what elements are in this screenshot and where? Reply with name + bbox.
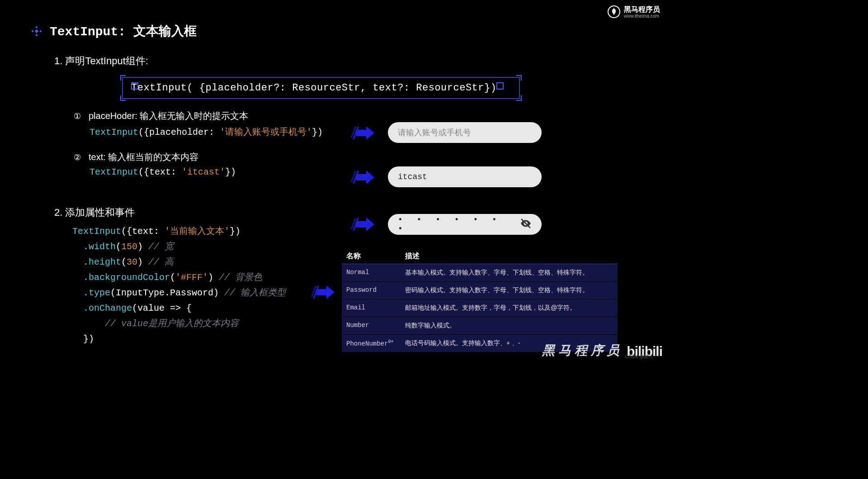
arrow-icon [356, 218, 374, 231]
section-1-heading: 1. 声明TextInput组件: [54, 54, 307, 68]
table-row: Email邮箱地址输入模式。支持数字，字母，下划线，以及@字符。 [342, 299, 618, 317]
code-block: TextInput({text: '当前输入文本'}) .width(150) … [72, 224, 286, 347]
section-2-heading: 2. 添加属性和事件 [54, 206, 135, 219]
type-desc: 邮箱地址输入模式。支持数字，字母，下划线，以及@字符。 [405, 304, 613, 312]
item-label-2: text: 输入框当前的文本内容 [89, 151, 198, 163]
type-name: Email [346, 304, 405, 312]
table-row: Number纯数字输入模式。 [342, 317, 618, 335]
slide-header: TextInput: 文本输入框 [32, 23, 197, 40]
signature-box: TextInput( {placeholder?: ResourceStr, t… [122, 77, 520, 99]
svg-rect-2 [32, 30, 34, 33]
item-placeholder: ① placeHoder: 输入框无输入时的提示文本 TextInput({pl… [72, 110, 323, 138]
item-code-2: TextInput({text: 'itcast'}) [90, 167, 236, 177]
watermark-brand: 黑 马 程 序 员 [542, 342, 619, 359]
signature-text: TextInput( {placeholder?: ResourceStr, t… [131, 82, 496, 94]
type-name: Password [346, 286, 405, 294]
input-type-table: 名称 描述 Normal基本输入模式。支持输入数字、字母、下划线、空格、特殊字符… [342, 249, 618, 352]
brand-logo: 黑马程序员 www.itheima.com [608, 5, 660, 19]
svg-rect-4 [35, 29, 38, 33]
brand-name: 黑马程序员 [624, 5, 660, 14]
svg-rect-3 [39, 30, 42, 33]
type-name: PhoneNumber9+ [346, 339, 405, 347]
table-header: 名称 描述 [342, 249, 618, 264]
item-num-1: ① [72, 111, 82, 121]
preview-text-input[interactable]: itcast [388, 166, 542, 187]
svg-rect-0 [35, 26, 38, 28]
table-row: Password密码输入模式。支持输入数字、字母、下划线、空格、特殊字符。 [342, 282, 618, 299]
brand-logo-icon [608, 5, 620, 18]
type-desc: 纯数字输入模式。 [405, 322, 613, 330]
csdn-watermark: CSDN @原尺 [625, 354, 653, 360]
arrow-icon [356, 127, 374, 139]
type-name: Normal [346, 269, 405, 277]
arrow-icon [316, 286, 335, 299]
type-desc: 密码输入模式。支持输入数字、字母、下划线、空格、特殊字符。 [405, 286, 613, 294]
table-row: Normal基本输入模式。支持输入数字、字母、下划线、空格、特殊字符。 [342, 264, 618, 282]
type-desc: 基本输入模式。支持输入数字、字母、下划线、空格、特殊字符。 [405, 269, 613, 277]
item-label-1: placeHoder: 输入框无输入时的提示文本 [89, 110, 248, 122]
arrow-icon [356, 171, 374, 184]
item-num-2: ② [72, 152, 82, 162]
preview-password-input[interactable]: • • • • • • • [388, 214, 542, 235]
item-code-1: TextInput({placeholder: '请输入账号或手机号'}) [90, 126, 323, 138]
preview-placeholder-input[interactable]: 请输入账号或手机号 [388, 122, 542, 143]
type-name: Number [346, 322, 405, 330]
diamond-bullet-icon [32, 26, 42, 36]
slide-title: TextInput: 文本输入框 [50, 23, 197, 40]
svg-rect-1 [35, 34, 38, 36]
eye-off-icon[interactable] [520, 218, 532, 232]
password-dots: • • • • • • • [398, 215, 520, 233]
item-text: ② text: 输入框当前的文本内容 TextInput({text: 'itc… [72, 151, 236, 177]
section-1: 1. 声明TextInput组件: [54, 54, 307, 77]
brand-url: www.itheima.com [624, 14, 660, 19]
